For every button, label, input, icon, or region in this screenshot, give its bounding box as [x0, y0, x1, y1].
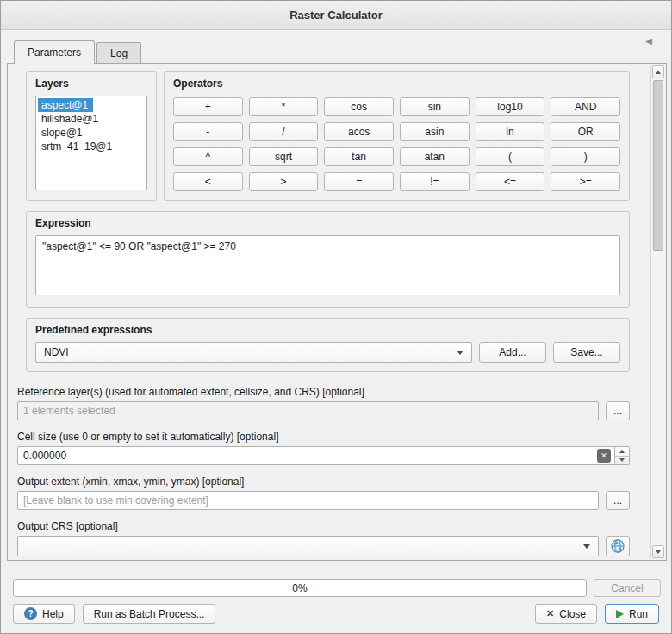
spin-down-button[interactable] — [615, 457, 629, 465]
progress-bar: 0% — [13, 579, 587, 597]
operators-group: Operators + * cos sin log10 AND - / acos… — [164, 71, 630, 201]
operator-open-paren-button[interactable]: ( — [476, 147, 545, 166]
close-button[interactable]: ✕ Close — [535, 604, 597, 624]
layer-item[interactable]: srtm_41_19@1 — [38, 140, 117, 153]
parameters-pane: Layers aspect@1 hillshade@1 slope@1 srtm… — [7, 63, 667, 561]
tabbar: Parameters Log — [14, 40, 143, 64]
tab-scroll-left-icon: ◀ — [645, 36, 652, 46]
add-button[interactable]: Add... — [479, 342, 546, 363]
titlebar: Raster Calculator — [1, 1, 671, 30]
output-crs-select[interactable] — [17, 536, 599, 556]
reference-layers-field[interactable] — [17, 401, 599, 420]
operator-close-paren-button[interactable]: ) — [551, 147, 620, 166]
layers-list[interactable]: aspect@1 hillshade@1 slope@1 srtm_41_19@… — [35, 96, 147, 190]
cell-size-row: ✕ — [17, 446, 630, 465]
help-button-label: Help — [42, 608, 64, 620]
crs-select-button[interactable] — [606, 536, 630, 556]
expression-input[interactable]: "aspect@1" <= 90 OR "aspect@1" >= 270 — [35, 235, 620, 295]
predefined-expression-select[interactable]: NDVI — [35, 342, 472, 363]
operator-multiply-button[interactable]: * — [249, 97, 319, 116]
operator-sqrt-button[interactable]: sqrt — [249, 147, 319, 166]
run-as-batch-button[interactable]: Run as Batch Process... — [83, 604, 216, 624]
operator-less-equal-button[interactable]: <= — [476, 172, 545, 191]
close-icon: ✕ — [546, 608, 554, 619]
run-button[interactable]: Run — [605, 604, 659, 624]
output-extent-input[interactable] — [17, 491, 599, 510]
tab-log[interactable]: Log — [96, 42, 141, 63]
triangle-down-icon — [619, 458, 625, 462]
operators-grid: + * cos sin log10 AND - / acos asin ln O… — [173, 96, 620, 191]
operator-divide-button[interactable]: / — [249, 122, 319, 141]
cell-size-input[interactable] — [17, 446, 630, 465]
spin-up-button[interactable] — [615, 447, 629, 457]
globe-icon — [610, 538, 625, 554]
operator-log10-button[interactable]: log10 — [476, 97, 545, 116]
operator-or-button[interactable]: OR — [551, 122, 620, 141]
operator-sin-button[interactable]: sin — [400, 97, 470, 116]
operator-plus-button[interactable]: + — [173, 97, 243, 116]
save-button[interactable]: Save... — [553, 342, 620, 363]
layers-group-title: Layers — [35, 78, 147, 90]
progress-row: 0% Cancel — [13, 579, 661, 597]
reference-browse-button[interactable]: ... — [606, 401, 630, 420]
layer-item[interactable]: slope@1 — [38, 126, 88, 140]
triangle-down-icon — [656, 550, 661, 554]
operator-power-button[interactable]: ^ — [173, 147, 243, 166]
window-title: Raster Calculator — [289, 9, 383, 22]
operators-group-title: Operators — [173, 78, 620, 90]
chevron-down-icon — [457, 351, 464, 355]
output-extent-label: Output extent (xmin, xmax, ymin, ymax) [… — [17, 476, 630, 488]
triangle-up-icon — [619, 450, 625, 453]
raster-calculator-dialog: Raster Calculator Parameters Log ◀ Layer… — [0, 0, 672, 634]
predefined-group-title: Predefined expressions — [35, 324, 620, 336]
clear-icon[interactable]: ✕ — [597, 449, 611, 463]
operator-acos-button[interactable]: acos — [324, 122, 394, 141]
predefined-row: NDVI Add... Save... — [35, 342, 620, 363]
operator-less-than-button[interactable]: < — [173, 172, 243, 191]
run-button-label: Run — [629, 608, 648, 620]
operator-asin-button[interactable]: asin — [400, 122, 470, 141]
close-button-label: Close — [559, 608, 586, 620]
help-icon: ? — [24, 607, 37, 620]
cancel-button[interactable]: Cancel — [594, 579, 661, 597]
output-extent-row: ... — [17, 491, 630, 510]
run-icon — [616, 610, 624, 618]
output-crs-row — [17, 536, 630, 556]
reference-layers-row: ... — [17, 401, 630, 420]
dialog-button-row: ? Help Run as Batch Process... ✕ Close R… — [13, 604, 659, 624]
operator-atan-button[interactable]: atan — [400, 147, 470, 166]
scroll-down-button[interactable] — [652, 545, 664, 558]
help-button[interactable]: ? Help — [13, 604, 75, 624]
cell-size-spinner — [614, 447, 629, 464]
operator-tan-button[interactable]: tan — [324, 147, 394, 166]
triangle-up-icon — [656, 71, 661, 74]
output-crs-label: Output CRS [optional] — [17, 520, 630, 532]
expression-group: Expression "aspect@1" <= 90 OR "aspect@1… — [26, 211, 630, 308]
cell-size-label: Cell size (use 0 or empty to set it auto… — [17, 431, 630, 443]
predefined-selected-value: NDVI — [44, 346, 451, 358]
vertical-scrollbar[interactable] — [650, 65, 665, 559]
progress-label: 0% — [292, 582, 307, 594]
expression-group-title: Expression — [35, 217, 620, 229]
chevron-down-icon — [583, 544, 590, 549]
extent-browse-button[interactable]: ... — [606, 491, 630, 510]
layers-operators-row: Layers aspect@1 hillshade@1 slope@1 srtm… — [26, 71, 630, 201]
operator-cos-button[interactable]: cos — [324, 97, 394, 116]
cell-size-spinbox: ✕ — [17, 446, 630, 465]
layers-group: Layers aspect@1 hillshade@1 slope@1 srtm… — [26, 71, 157, 201]
operator-greater-equal-button[interactable]: >= — [551, 172, 620, 191]
operator-ln-button[interactable]: ln — [476, 122, 545, 141]
operator-not-equals-button[interactable]: != — [400, 172, 470, 191]
operator-and-button[interactable]: AND — [551, 97, 620, 116]
layer-item[interactable]: aspect@1 — [38, 98, 93, 112]
operator-equals-button[interactable]: = — [324, 172, 394, 191]
operator-minus-button[interactable]: - — [173, 122, 243, 141]
predefined-expressions-group: Predefined expressions NDVI Add... Save.… — [26, 318, 630, 372]
scroll-content: Layers aspect@1 hillshade@1 slope@1 srtm… — [9, 64, 650, 559]
operator-greater-than-button[interactable]: > — [249, 172, 319, 191]
scrollbar-thumb[interactable] — [653, 80, 663, 251]
reference-layers-label: Reference layer(s) (used for automated e… — [17, 386, 630, 398]
tab-parameters[interactable]: Parameters — [14, 40, 95, 64]
scroll-up-button[interactable] — [652, 65, 664, 78]
layer-item[interactable]: hillshade@1 — [38, 112, 103, 126]
